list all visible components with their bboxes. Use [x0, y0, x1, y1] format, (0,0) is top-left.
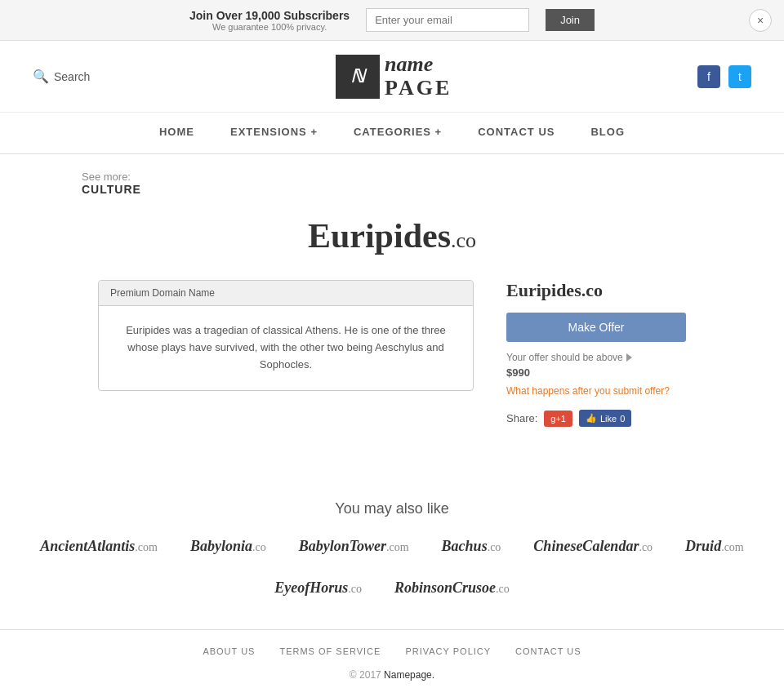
domain-base: Euripides	[308, 217, 451, 255]
offer-info: Your offer should be above	[506, 352, 686, 363]
nav-categories[interactable]: CATEGORIES +	[336, 113, 460, 153]
main-nav: HOME EXTENSIONS + CATEGORIES + CONTACT U…	[0, 113, 784, 154]
join-button[interactable]: Join	[546, 9, 595, 31]
tld: .co	[488, 541, 501, 553]
footer-contact[interactable]: CONTACT US	[515, 646, 581, 656]
footer: ABOUT US TERMS OF SERVICE PRIVACY POLICY…	[0, 629, 784, 688]
offer-prefix: Your offer should be above	[506, 352, 623, 363]
share-label: Share:	[506, 412, 537, 424]
suggestions-title: You may also like	[16, 500, 768, 517]
tld: .co	[639, 541, 653, 553]
list-item[interactable]: Druid.com	[685, 538, 744, 555]
tld: .com	[721, 541, 744, 553]
like-label: Like	[600, 414, 617, 424]
logo-icon: ℕ	[336, 55, 380, 99]
email-input[interactable]	[366, 8, 529, 32]
domain-tld: .co	[451, 229, 476, 252]
tld: .com	[386, 541, 409, 553]
nav-extensions[interactable]: EXTENSIONS +	[212, 113, 336, 153]
right-domain-title: Euripides.co	[506, 280, 686, 301]
social-links: f t	[697, 65, 751, 88]
tld: .co	[496, 583, 510, 595]
offer-amount: $990	[506, 366, 686, 379]
banner-subtext: We guarantee 100% privacy.	[189, 22, 350, 32]
breadcrumb: See more: CULTURE	[0, 154, 784, 200]
header: 🔍 Search ℕ name PAGE f t	[0, 41, 784, 113]
domain-title: Euripides.co	[98, 216, 686, 255]
like-count: 0	[620, 414, 625, 424]
left-panel: Premium Domain Name Euripides was a trag…	[98, 280, 474, 390]
tld: .co	[348, 583, 362, 595]
logo-text: name PAGE	[380, 53, 452, 100]
facebook-like-button[interactable]: 👍 Like 0	[579, 410, 631, 427]
logo-page: PAGE	[385, 77, 452, 100]
premium-box: Premium Domain Name Euripides was a trag…	[98, 280, 474, 390]
footer-copyright: © 2017 Namepage.	[16, 669, 768, 681]
tld: .co	[252, 541, 266, 553]
what-happens-link[interactable]: What happens after you submit offer?	[506, 385, 686, 397]
logo-name: name	[385, 53, 452, 77]
nav-blog[interactable]: BLOG	[572, 113, 643, 153]
footer-links: ABOUT US TERMS OF SERVICE PRIVACY POLICY…	[16, 646, 768, 656]
suggestions-section: You may also like AncientAtlantis.com Ba…	[0, 492, 784, 629]
search-trigger[interactable]: 🔍 Search	[33, 69, 90, 84]
twitter-link[interactable]: t	[728, 65, 751, 88]
premium-badge: Premium Domain Name	[99, 281, 473, 306]
list-item[interactable]: Bachus.co	[442, 538, 501, 555]
breadcrumb-category[interactable]: CULTURE	[82, 183, 702, 196]
domain-name-display: Euripides.co	[308, 217, 476, 255]
make-offer-button[interactable]: Make Offer	[506, 313, 686, 342]
footer-about[interactable]: ABOUT US	[203, 646, 255, 656]
top-banner: Join Over 19,000 Subscribers We guarante…	[0, 0, 784, 41]
right-panel: Euripides.co Make Offer Your offer shoul…	[506, 280, 686, 427]
search-icon: 🔍	[33, 69, 49, 84]
footer-brand: Namepage.	[384, 669, 434, 681]
facebook-link[interactable]: f	[697, 65, 720, 88]
tld: .com	[135, 541, 158, 553]
banner-headline: Join Over 19,000 Subscribers	[189, 9, 350, 22]
list-item[interactable]: AncientAtlantis.com	[40, 538, 158, 555]
main-content: Euripides.co Premium Domain Name Euripid…	[82, 200, 702, 492]
suggestions-grid: AncientAtlantis.com Babylonia.co Babylon…	[24, 538, 760, 597]
close-button[interactable]: ×	[749, 9, 772, 32]
search-label: Search	[54, 70, 90, 83]
share-section: Share: g+1 👍 Like 0	[506, 410, 686, 427]
logo[interactable]: ℕ name PAGE	[336, 53, 452, 100]
content-grid: Premium Domain Name Euripides was a trag…	[98, 280, 686, 427]
list-item[interactable]: Babylonia.co	[190, 538, 266, 555]
list-item[interactable]: RobinsonCrusoe.co	[394, 579, 510, 597]
list-item[interactable]: BabylonTower.com	[299, 538, 409, 555]
breadcrumb-see-more: See more:	[82, 171, 702, 183]
chevron-right-icon	[626, 353, 632, 362]
google-plus-button[interactable]: g+1	[544, 411, 572, 427]
nav-contact[interactable]: CONTACT US	[460, 113, 572, 153]
footer-privacy[interactable]: PRIVACY POLICY	[405, 646, 491, 656]
list-item[interactable]: EyeofHorus.co	[274, 579, 362, 597]
like-icon: 👍	[586, 413, 597, 424]
copy-year: © 2017	[350, 669, 381, 681]
list-item[interactable]: ChineseCalendar.co	[533, 538, 653, 555]
banner-text: Join Over 19,000 Subscribers We guarante…	[189, 9, 350, 32]
footer-terms[interactable]: TERMS OF SERVICE	[279, 646, 381, 656]
nav-home[interactable]: HOME	[141, 113, 212, 153]
domain-description: Euripides was a tragedian of classical A…	[99, 306, 473, 389]
